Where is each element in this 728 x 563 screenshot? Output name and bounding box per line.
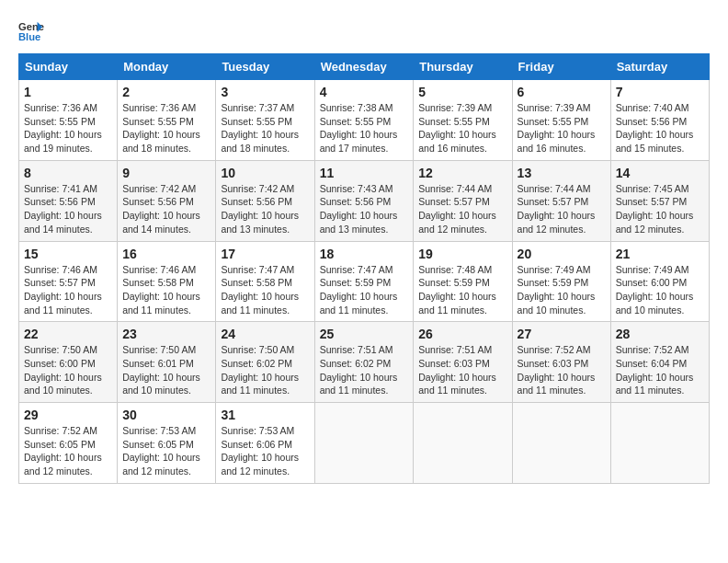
day-number: 26 <box>418 327 506 341</box>
calendar-cell: 30Sunrise: 7:53 AMSunset: 6:05 PMDayligh… <box>118 403 216 484</box>
day-number: 27 <box>518 327 606 341</box>
weekday-header-wednesday: Wednesday <box>314 54 414 80</box>
day-detail: Sunrise: 7:48 AMSunset: 5:59 PMDaylight:… <box>418 263 506 317</box>
day-detail: Sunrise: 7:51 AMSunset: 6:02 PMDaylight:… <box>320 343 409 397</box>
calendar-cell: 5Sunrise: 7:39 AMSunset: 5:55 PMDaylight… <box>414 80 512 161</box>
calendar-cell: 4Sunrise: 7:38 AMSunset: 5:55 PMDaylight… <box>314 80 414 161</box>
weekday-header-saturday: Saturday <box>610 54 709 80</box>
day-number: 30 <box>122 408 210 422</box>
day-detail: Sunrise: 7:51 AMSunset: 6:03 PMDaylight:… <box>418 343 506 397</box>
day-detail: Sunrise: 7:45 AMSunset: 5:57 PMDaylight:… <box>616 182 704 236</box>
calendar-cell: 24Sunrise: 7:50 AMSunset: 6:02 PMDayligh… <box>216 322 314 403</box>
calendar-cell: 20Sunrise: 7:49 AMSunset: 5:59 PMDayligh… <box>512 241 610 322</box>
day-number: 7 <box>616 85 704 99</box>
day-number: 22 <box>24 327 112 341</box>
calendar-cell <box>314 403 414 484</box>
day-number: 18 <box>320 247 409 261</box>
calendar-cell: 28Sunrise: 7:52 AMSunset: 6:04 PMDayligh… <box>610 322 709 403</box>
day-number: 14 <box>616 166 704 180</box>
calendar-cell: 23Sunrise: 7:50 AMSunset: 6:01 PMDayligh… <box>118 322 216 403</box>
calendar-cell: 25Sunrise: 7:51 AMSunset: 6:02 PMDayligh… <box>314 322 414 403</box>
day-detail: Sunrise: 7:44 AMSunset: 5:57 PMDaylight:… <box>418 182 506 236</box>
calendar-cell: 22Sunrise: 7:50 AMSunset: 6:00 PMDayligh… <box>19 322 118 403</box>
day-detail: Sunrise: 7:42 AMSunset: 5:56 PMDaylight:… <box>122 182 210 236</box>
weekday-header-row: SundayMondayTuesdayWednesdayThursdayFrid… <box>19 54 710 80</box>
day-detail: Sunrise: 7:50 AMSunset: 6:01 PMDaylight:… <box>122 343 210 397</box>
calendar-cell: 16Sunrise: 7:46 AMSunset: 5:58 PMDayligh… <box>118 241 216 322</box>
day-detail: Sunrise: 7:52 AMSunset: 6:04 PMDaylight:… <box>616 343 704 397</box>
calendar-cell <box>610 403 709 484</box>
day-detail: Sunrise: 7:42 AMSunset: 5:56 PMDaylight:… <box>221 182 309 236</box>
page-header: General Blue <box>18 18 710 44</box>
day-number: 16 <box>122 247 210 261</box>
day-number: 9 <box>122 166 210 180</box>
week-row-4: 22Sunrise: 7:50 AMSunset: 6:00 PMDayligh… <box>19 322 710 403</box>
calendar-cell: 13Sunrise: 7:44 AMSunset: 5:57 PMDayligh… <box>512 160 610 241</box>
day-number: 6 <box>518 85 606 99</box>
day-detail: Sunrise: 7:43 AMSunset: 5:56 PMDaylight:… <box>320 182 409 236</box>
calendar-cell: 3Sunrise: 7:37 AMSunset: 5:55 PMDaylight… <box>216 80 314 161</box>
day-detail: Sunrise: 7:47 AMSunset: 5:58 PMDaylight:… <box>221 263 309 317</box>
day-number: 15 <box>24 247 112 261</box>
day-detail: Sunrise: 7:52 AMSunset: 6:03 PMDaylight:… <box>518 343 606 397</box>
day-detail: Sunrise: 7:49 AMSunset: 5:59 PMDaylight:… <box>518 263 606 317</box>
weekday-header-thursday: Thursday <box>414 54 512 80</box>
calendar-cell: 18Sunrise: 7:47 AMSunset: 5:59 PMDayligh… <box>314 241 414 322</box>
calendar-cell: 11Sunrise: 7:43 AMSunset: 5:56 PMDayligh… <box>314 160 414 241</box>
calendar-cell: 9Sunrise: 7:42 AMSunset: 5:56 PMDaylight… <box>118 160 216 241</box>
week-row-1: 1Sunrise: 7:36 AMSunset: 5:55 PMDaylight… <box>19 80 710 161</box>
calendar-cell: 14Sunrise: 7:45 AMSunset: 5:57 PMDayligh… <box>610 160 709 241</box>
weekday-header-tuesday: Tuesday <box>216 54 314 80</box>
day-number: 10 <box>221 166 309 180</box>
day-number: 13 <box>518 166 606 180</box>
calendar-cell: 31Sunrise: 7:53 AMSunset: 6:06 PMDayligh… <box>216 403 314 484</box>
week-row-2: 8Sunrise: 7:41 AMSunset: 5:56 PMDaylight… <box>19 160 710 241</box>
day-number: 12 <box>418 166 506 180</box>
calendar-cell: 12Sunrise: 7:44 AMSunset: 5:57 PMDayligh… <box>414 160 512 241</box>
day-number: 5 <box>418 85 506 99</box>
calendar-table: SundayMondayTuesdayWednesdayThursdayFrid… <box>18 53 710 484</box>
day-number: 28 <box>616 327 704 341</box>
day-detail: Sunrise: 7:36 AMSunset: 5:55 PMDaylight:… <box>24 101 112 155</box>
day-detail: Sunrise: 7:50 AMSunset: 6:02 PMDaylight:… <box>221 343 309 397</box>
calendar-cell: 1Sunrise: 7:36 AMSunset: 5:55 PMDaylight… <box>19 80 118 161</box>
calendar-cell: 10Sunrise: 7:42 AMSunset: 5:56 PMDayligh… <box>216 160 314 241</box>
calendar-cell: 29Sunrise: 7:52 AMSunset: 6:05 PMDayligh… <box>19 403 118 484</box>
day-number: 31 <box>221 408 309 422</box>
logo-icon: General Blue <box>18 18 44 44</box>
day-number: 11 <box>320 166 409 180</box>
day-detail: Sunrise: 7:46 AMSunset: 5:57 PMDaylight:… <box>24 263 112 317</box>
day-detail: Sunrise: 7:40 AMSunset: 5:56 PMDaylight:… <box>616 101 704 155</box>
day-number: 29 <box>24 408 112 422</box>
day-number: 8 <box>24 166 112 180</box>
calendar-cell: 7Sunrise: 7:40 AMSunset: 5:56 PMDaylight… <box>610 80 709 161</box>
calendar-cell <box>512 403 610 484</box>
day-number: 21 <box>616 247 704 261</box>
svg-text:Blue: Blue <box>18 31 40 42</box>
day-detail: Sunrise: 7:50 AMSunset: 6:00 PMDaylight:… <box>24 343 112 397</box>
calendar-body: 1Sunrise: 7:36 AMSunset: 5:55 PMDaylight… <box>19 80 710 484</box>
day-number: 2 <box>122 85 210 99</box>
day-detail: Sunrise: 7:38 AMSunset: 5:55 PMDaylight:… <box>320 101 409 155</box>
day-detail: Sunrise: 7:39 AMSunset: 5:55 PMDaylight:… <box>518 101 606 155</box>
calendar-cell: 15Sunrise: 7:46 AMSunset: 5:57 PMDayligh… <box>19 241 118 322</box>
calendar-cell: 6Sunrise: 7:39 AMSunset: 5:55 PMDaylight… <box>512 80 610 161</box>
day-detail: Sunrise: 7:37 AMSunset: 5:55 PMDaylight:… <box>221 101 309 155</box>
day-number: 25 <box>320 327 409 341</box>
weekday-header-friday: Friday <box>512 54 610 80</box>
week-row-5: 29Sunrise: 7:52 AMSunset: 6:05 PMDayligh… <box>19 403 710 484</box>
day-number: 24 <box>221 327 309 341</box>
day-detail: Sunrise: 7:52 AMSunset: 6:05 PMDaylight:… <box>24 424 112 478</box>
day-detail: Sunrise: 7:44 AMSunset: 5:57 PMDaylight:… <box>518 182 606 236</box>
logo: General Blue <box>18 18 44 44</box>
day-number: 3 <box>221 85 309 99</box>
calendar-cell: 21Sunrise: 7:49 AMSunset: 6:00 PMDayligh… <box>610 241 709 322</box>
day-number: 20 <box>518 247 606 261</box>
day-detail: Sunrise: 7:47 AMSunset: 5:59 PMDaylight:… <box>320 263 409 317</box>
weekday-header-sunday: Sunday <box>19 54 118 80</box>
day-number: 4 <box>320 85 409 99</box>
calendar-cell <box>414 403 512 484</box>
day-number: 23 <box>122 327 210 341</box>
day-detail: Sunrise: 7:53 AMSunset: 6:06 PMDaylight:… <box>221 424 309 478</box>
week-row-3: 15Sunrise: 7:46 AMSunset: 5:57 PMDayligh… <box>19 241 710 322</box>
